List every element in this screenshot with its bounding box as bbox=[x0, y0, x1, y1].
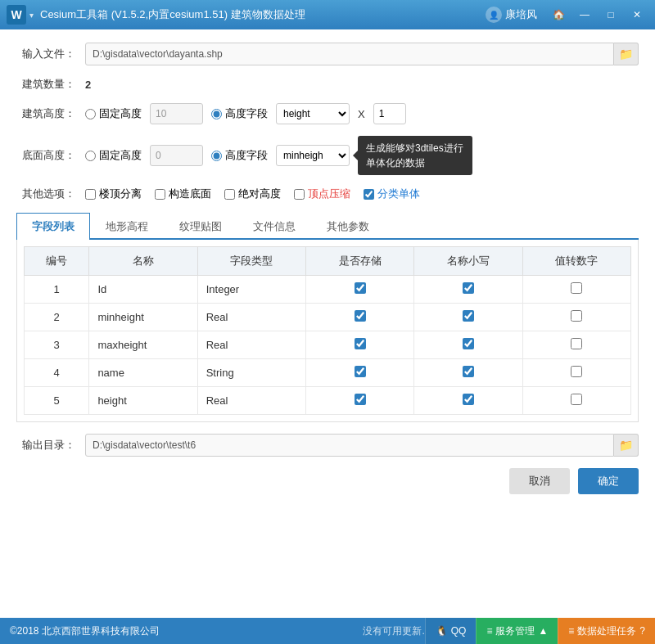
user-area: 👤 康培风 bbox=[486, 7, 537, 23]
base-fixed-value[interactable] bbox=[150, 145, 203, 166]
vertex-compress-option[interactable]: 顶点压缩 bbox=[294, 187, 350, 201]
cell-name: Id bbox=[89, 276, 197, 304]
tab-bar: 字段列表 地形高程 纹理贴图 文件信息 其他参数 bbox=[16, 213, 639, 240]
absolute-height-option[interactable]: 绝对高度 bbox=[224, 187, 281, 201]
vertex-compress-checkbox[interactable] bbox=[294, 189, 305, 200]
height-field-select[interactable]: height minheight maxheight bbox=[276, 103, 350, 124]
cell-id: 2 bbox=[25, 304, 89, 331]
input-file-field[interactable] bbox=[85, 43, 614, 65]
dropdown-arrow[interactable]: ▾ bbox=[29, 11, 34, 20]
input-file-label: 输入文件： bbox=[16, 47, 75, 61]
tab-terrain-elevation[interactable]: 地形高程 bbox=[90, 213, 164, 240]
tab-file-info[interactable]: 文件信息 bbox=[237, 213, 311, 240]
cell-store bbox=[306, 331, 414, 359]
service-label: 服务管理 bbox=[495, 624, 535, 638]
tab-other-params[interactable]: 其他参数 bbox=[311, 213, 385, 240]
table-container: 编号 名称 字段类型 是否存储 名称小写 值转数字 1 Id Integer 2… bbox=[16, 240, 639, 422]
classify-single-label: 分类单体 bbox=[377, 187, 420, 201]
output-section: 输出目录： 📁 bbox=[16, 434, 639, 457]
output-input-group: 📁 bbox=[85, 434, 639, 457]
cell-lowercase bbox=[414, 387, 522, 415]
home-button[interactable]: 🏠 bbox=[547, 6, 570, 24]
tonumber-checkbox[interactable] bbox=[571, 310, 582, 322]
fixed-height-value[interactable] bbox=[150, 103, 203, 124]
window-title: Cesium工具箱 (V1.5.2,内置cesium1.51) 建筑物数据处理 bbox=[40, 7, 486, 22]
base-fixed-radio[interactable] bbox=[85, 151, 96, 161]
cell-store bbox=[306, 304, 414, 331]
store-checkbox[interactable] bbox=[355, 282, 366, 294]
base-field-label: 高度字段 bbox=[225, 148, 268, 163]
minimize-button[interactable]: — bbox=[573, 6, 596, 24]
output-field[interactable] bbox=[85, 434, 614, 457]
tonumber-checkbox[interactable] bbox=[571, 282, 582, 294]
fixed-height-group: 固定高度 bbox=[85, 106, 142, 121]
table-row: 5 height Real bbox=[25, 387, 631, 415]
store-checkbox[interactable] bbox=[355, 394, 366, 405]
tonumber-checkbox[interactable] bbox=[571, 366, 582, 377]
tonumber-checkbox[interactable] bbox=[571, 338, 582, 349]
cell-lowercase bbox=[414, 331, 522, 359]
button-row: 取消 确定 bbox=[16, 468, 639, 498]
confirm-button[interactable]: 确定 bbox=[578, 468, 639, 494]
absolute-height-checkbox[interactable] bbox=[224, 189, 235, 200]
store-checkbox[interactable] bbox=[355, 310, 366, 322]
tab-field-list[interactable]: 字段列表 bbox=[16, 213, 90, 240]
base-field-select[interactable]: minheigh height maxheight bbox=[276, 145, 350, 166]
qq-icon: 🐧 bbox=[436, 625, 448, 637]
lowercase-checkbox[interactable] bbox=[463, 282, 474, 294]
col-header-id: 编号 bbox=[25, 247, 89, 276]
cell-name: maxheight bbox=[89, 331, 197, 359]
lowercase-checkbox[interactable] bbox=[463, 394, 474, 405]
statusbar-update: 没有可用更新. bbox=[363, 624, 424, 638]
task-icon: ≡ bbox=[568, 625, 574, 637]
output-label: 输出目录： bbox=[16, 438, 75, 453]
classify-single-checkbox[interactable] bbox=[364, 189, 374, 200]
building-count-label: 建筑数量： bbox=[16, 77, 75, 92]
tooltip: 生成能够对3dtiles进行单体化的数据 bbox=[358, 136, 472, 175]
cancel-button[interactable]: 取消 bbox=[509, 468, 570, 494]
classify-single-option[interactable]: 分类单体 bbox=[364, 187, 420, 201]
fixed-height-radio[interactable] bbox=[85, 109, 96, 119]
cell-name: height bbox=[89, 387, 197, 415]
roof-separation-option[interactable]: 楼顶分离 bbox=[85, 187, 142, 201]
task-label: 数据处理任务 bbox=[577, 624, 636, 638]
height-field-radio[interactable] bbox=[211, 109, 222, 119]
col-header-lowercase: 名称小写 bbox=[414, 247, 522, 276]
close-button[interactable]: ✕ bbox=[626, 6, 648, 24]
qq-label: QQ bbox=[451, 625, 467, 637]
tab-texture-map[interactable]: 纹理贴图 bbox=[164, 213, 237, 240]
construct-base-checkbox[interactable] bbox=[155, 189, 165, 200]
cell-id: 4 bbox=[25, 359, 89, 387]
service-button[interactable]: ≡ 服务管理 ▲ bbox=[476, 618, 558, 644]
base-field-radio[interactable] bbox=[211, 151, 222, 161]
browse-button[interactable]: 📁 bbox=[614, 43, 639, 65]
titlebar: W ▾ Cesium工具箱 (V1.5.2,内置cesium1.51) 建筑物数… bbox=[0, 0, 655, 29]
input-file-row: 输入文件： 📁 bbox=[16, 43, 639, 65]
qq-button[interactable]: 🐧 QQ bbox=[425, 618, 477, 644]
file-input-group: 📁 bbox=[85, 43, 639, 65]
table-row: 1 Id Integer bbox=[25, 276, 631, 304]
other-options-label: 其他选项： bbox=[16, 187, 75, 201]
construct-base-option[interactable]: 构造底面 bbox=[155, 187, 211, 201]
task-button[interactable]: ≡ 数据处理任务 ? bbox=[558, 618, 655, 644]
lowercase-checkbox[interactable] bbox=[463, 310, 474, 322]
cell-name: minheight bbox=[89, 304, 197, 331]
multiplier-input[interactable] bbox=[373, 103, 406, 124]
store-checkbox[interactable] bbox=[355, 366, 366, 377]
field-table: 编号 名称 字段类型 是否存储 名称小写 值转数字 1 Id Integer 2… bbox=[24, 246, 631, 415]
table-row: 2 minheight Real bbox=[25, 304, 631, 331]
height-options: 固定高度 高度字段 height minheight maxheight X bbox=[85, 103, 639, 124]
maximize-button[interactable]: □ bbox=[599, 6, 622, 24]
col-header-store: 是否存储 bbox=[306, 247, 414, 276]
tonumber-checkbox[interactable] bbox=[571, 394, 582, 405]
lowercase-checkbox[interactable] bbox=[463, 366, 474, 377]
cell-type: Real bbox=[197, 387, 305, 415]
cell-store bbox=[306, 387, 414, 415]
statusbar: ©2018 北京西部世界科技有限公司 没有可用更新. 🐧 QQ ≡ 服务管理 ▲… bbox=[0, 618, 655, 644]
table-row: 4 name String bbox=[25, 359, 631, 387]
roof-separation-checkbox[interactable] bbox=[85, 189, 96, 200]
output-browse-button[interactable]: 📁 bbox=[614, 434, 639, 457]
height-field-group: 高度字段 bbox=[211, 106, 268, 121]
lowercase-checkbox[interactable] bbox=[463, 338, 474, 349]
store-checkbox[interactable] bbox=[355, 338, 366, 349]
